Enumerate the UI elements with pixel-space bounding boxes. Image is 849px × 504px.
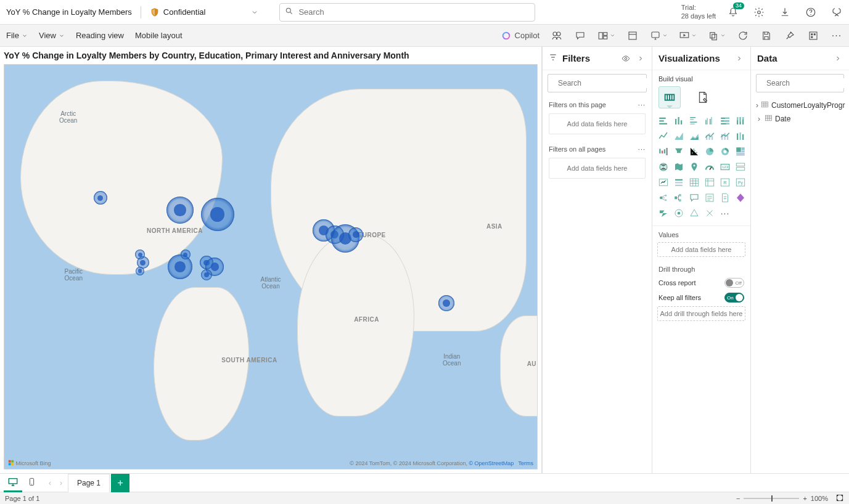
map-bubble[interactable] [201, 198, 234, 231]
file-menu[interactable]: File [6, 31, 28, 40]
viz-filledmap-icon[interactable] [673, 161, 685, 173]
viz-arcgis-icon[interactable] [673, 207, 685, 219]
cross-report-toggle[interactable]: Off [724, 278, 744, 288]
viz-qna-icon[interactable] [688, 192, 700, 204]
drill-through-drop[interactable]: Add drill through fields here [657, 306, 745, 321]
viz-slicer-icon[interactable] [673, 176, 685, 189]
reading-view-button[interactable]: Reading view [76, 31, 124, 40]
viz-azuremap-icon[interactable] [688, 161, 700, 173]
zoom-in-button[interactable]: + [803, 495, 806, 502]
sensitivity-chevron-icon[interactable] [247, 5, 262, 20]
viz-powerautomate-icon[interactable] [657, 207, 670, 219]
collapse-viz-icon[interactable] [734, 54, 744, 63]
viz-rscript-icon[interactable]: R [719, 176, 731, 189]
mobile-layout-button[interactable]: Mobile layout [135, 31, 183, 40]
viz-keyinfluencers-icon[interactable] [657, 192, 670, 204]
visual-menu-icon[interactable] [650, 30, 668, 42]
viz-donut-icon[interactable] [719, 145, 731, 158]
viz-100stackedcolumn-icon[interactable] [734, 115, 747, 127]
viz-linecolumn-icon[interactable] [703, 130, 716, 142]
viz-multirowcard-icon[interactable] [734, 161, 747, 173]
data-search-box[interactable] [756, 74, 844, 92]
filters-search-input[interactable] [557, 78, 652, 88]
page-nav-next[interactable]: › [55, 474, 67, 492]
app-icon[interactable] [807, 30, 819, 42]
layout-menu-icon[interactable] [597, 30, 615, 42]
zoom-slider[interactable] [744, 498, 799, 499]
viz-funnel-icon[interactable] [673, 145, 685, 158]
help-button[interactable] [805, 6, 817, 18]
download-button[interactable] [779, 6, 791, 18]
filters-on-page-more-icon[interactable]: ··· [638, 101, 646, 108]
desktop-view-tab[interactable] [4, 474, 22, 492]
map-bubble[interactable] [181, 250, 191, 259]
zoom-out-button[interactable]: − [736, 495, 740, 502]
viz-paginatedreport-icon[interactable] [719, 192, 731, 204]
viz-area-icon[interactable] [673, 130, 685, 142]
page-nav-prev[interactable]: ‹ [44, 474, 55, 492]
viz-python-icon[interactable]: Py [734, 176, 747, 189]
sensitivity-label[interactable]: Confidential [150, 7, 206, 17]
view-menu[interactable]: View [39, 31, 65, 40]
viz-scatter-icon[interactable] [688, 145, 700, 158]
bookmark-panel-icon[interactable] [626, 30, 639, 42]
page-tab[interactable]: Page 1 [68, 474, 110, 492]
viz-shape-icon[interactable] [688, 207, 700, 219]
persona-icon[interactable] [551, 30, 563, 42]
data-table-row[interactable]: › Date [755, 112, 845, 126]
viz-waterfall-icon[interactable] [657, 145, 670, 158]
comment-icon[interactable] [574, 30, 586, 42]
filters-on-all-more-icon[interactable]: ··· [638, 145, 646, 153]
viz-pie-icon[interactable] [703, 145, 716, 158]
build-visual-tab[interactable] [658, 86, 681, 108]
map-bubble[interactable] [438, 295, 454, 311]
map-bubble[interactable] [94, 191, 107, 205]
add-page-button[interactable]: + [111, 474, 129, 492]
viz-treemap-icon[interactable] [734, 145, 747, 158]
viz-clusteredbar-icon[interactable] [688, 115, 700, 127]
viz-line-icon[interactable] [657, 130, 670, 142]
map-bubble[interactable] [136, 267, 144, 275]
report-canvas[interactable]: YoY % Change in Loyalty Members by Count… [0, 47, 542, 473]
pin-icon[interactable] [784, 30, 796, 42]
map-bubble[interactable] [166, 197, 194, 224]
viz-smartnarrative-icon[interactable] [703, 192, 716, 204]
present-menu-icon[interactable] [679, 30, 697, 42]
viz-stackedbar-icon[interactable] [657, 115, 670, 127]
map-visual[interactable]: Arctic Ocean NORTH AMERICA Pacific Ocean… [4, 64, 538, 469]
viz-powerapps-icon[interactable] [734, 192, 747, 204]
osm-link[interactable]: © OpenStreetMap [469, 460, 514, 466]
settings-button[interactable] [753, 6, 765, 18]
collapse-filters-icon[interactable] [636, 54, 646, 63]
hide-filters-icon[interactable] [621, 54, 631, 63]
data-search-input[interactable] [765, 78, 849, 88]
copy-menu-icon[interactable] [708, 30, 726, 42]
format-visual-tab[interactable] [692, 86, 714, 108]
viz-kpi-icon[interactable] [657, 176, 670, 189]
map-bubble[interactable] [201, 269, 212, 280]
search-box[interactable] [279, 3, 535, 22]
map-bubble[interactable] [348, 227, 363, 242]
filters-search-box[interactable] [548, 74, 647, 92]
viz-gauge-icon[interactable] [703, 161, 716, 173]
viz-100stackedbar-icon[interactable] [719, 115, 731, 127]
refresh-icon[interactable] [737, 30, 749, 42]
viz-clusteredcolumn-icon[interactable] [703, 115, 716, 127]
values-drop[interactable]: Add data fields here [657, 242, 745, 257]
viz-stackedcolumn-icon[interactable] [673, 115, 685, 127]
viz-more-icon[interactable]: ··· [719, 207, 731, 219]
keep-filters-toggle[interactable]: On [724, 293, 744, 303]
viz-linestackedcolumn-icon[interactable] [719, 130, 731, 142]
notifications-button[interactable]: 34 [727, 6, 739, 18]
fit-to-page-icon[interactable] [835, 494, 844, 503]
feedback-button[interactable] [831, 6, 843, 18]
search-input[interactable] [297, 7, 530, 17]
viz-map-icon[interactable] [657, 161, 670, 173]
data-table-row[interactable]: › CustomerLoyaltyProgr… [755, 99, 845, 112]
viz-ribbon-icon[interactable] [734, 130, 747, 142]
collapse-data-icon[interactable] [833, 54, 843, 63]
viz-shape2-icon[interactable] [703, 207, 716, 219]
filters-on-page-drop[interactable]: Add data fields here [549, 113, 646, 134]
viz-decomposition-icon[interactable] [673, 192, 685, 204]
viz-table-icon[interactable] [688, 176, 700, 189]
